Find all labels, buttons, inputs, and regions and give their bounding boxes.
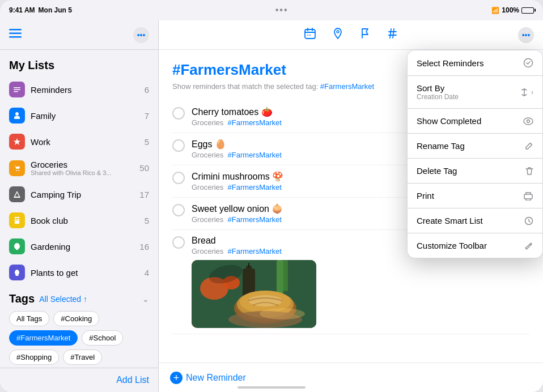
list-item-bookclub[interactable]: Book club 5 (0, 207, 158, 233)
svg-rect-4 (14, 90, 20, 91)
app-container: ••• My Lists Reminders 6 Family 7 (0, 20, 543, 392)
tag-farmersmarket[interactable]: #FarmersMarket (9, 330, 78, 346)
sidebar-toolbar: ••• (0, 20, 158, 50)
svg-rect-3 (14, 87, 20, 88)
groceries-name: Groceries (31, 160, 139, 169)
tag-all-tags[interactable]: All Tags (9, 311, 49, 326)
menu-show-completed[interactable]: Show Completed (408, 109, 542, 134)
groceries-count: 50 (139, 163, 149, 173)
svg-rect-18 (283, 260, 288, 291)
list-item-work[interactable]: Work 5 (0, 129, 158, 155)
status-bar-left: 9:41 AM Mon Jun 5 (9, 6, 72, 14)
status-bar: 9:41 AM Mon Jun 5 ••• 📶 100% (0, 0, 543, 20)
battery-icon (521, 7, 534, 14)
menu-delete-icon (525, 167, 533, 176)
sidebar-content: My Lists Reminders 6 Family 7 (0, 50, 158, 368)
plants-count: 4 (145, 268, 149, 278)
subtitle-tag: #FarmersMarket (320, 82, 374, 91)
menu-select-icon (523, 58, 533, 68)
tag-chips: All Tags #Cooking #FarmersMarket #School… (9, 311, 149, 365)
menu-smart-list-icon (524, 216, 533, 225)
menu-sort-icons: › (520, 88, 533, 97)
svg-rect-30 (524, 194, 532, 199)
reminder-checkbox-1[interactable] (172, 107, 185, 120)
camping-icon (9, 186, 25, 202)
menu-show-completed-icon (523, 117, 533, 125)
tags-title: Tags (9, 292, 35, 305)
svg-point-28 (524, 118, 533, 125)
battery-percent: 100% (502, 6, 519, 14)
tags-chevron-icon[interactable]: ⌄ (142, 295, 149, 304)
add-list-button[interactable]: Add List (116, 375, 149, 385)
gardening-count: 16 (139, 242, 149, 252)
reminder-checkbox-5[interactable] (172, 236, 185, 249)
hashtag-icon[interactable] (387, 27, 398, 42)
main-content: ••• #FarmersMarket Show reminders that m… (159, 20, 543, 392)
menu-rename-tag[interactable]: Rename Tag (408, 134, 542, 159)
svg-point-15 (200, 277, 228, 300)
camping-name: Camping Trip (31, 190, 139, 199)
list-item-family[interactable]: Family 7 (0, 103, 158, 129)
groceries-icon (9, 160, 25, 176)
reminder-checkbox-2[interactable] (172, 139, 185, 152)
svg-rect-17 (277, 260, 283, 294)
menu-customize-icon (524, 241, 533, 250)
svg-point-16 (223, 276, 240, 289)
menu-sort-label: Sort By (417, 83, 459, 93)
svg-point-25 (248, 295, 282, 306)
plants-icon (9, 265, 25, 280)
svg-rect-21 (248, 263, 249, 267)
calendar-icon[interactable] (304, 27, 316, 42)
menu-select-label: Select Reminders (417, 58, 483, 68)
main-footer: + New Reminder (159, 363, 543, 392)
list-item-plants[interactable]: Plants to get 4 (0, 259, 158, 286)
sidebar: ••• My Lists Reminders 6 Family 7 (0, 20, 159, 392)
svg-point-11 (307, 35, 308, 36)
menu-smart-list[interactable]: Create Smart List (408, 208, 542, 233)
menu-rename-label: Rename Tag (417, 141, 465, 151)
svg-point-8 (18, 170, 19, 171)
location-icon[interactable] (332, 27, 343, 42)
work-name: Work (31, 137, 145, 147)
menu-customize-label: Customize Toolbar (417, 241, 487, 250)
menu-delete-label: Delete Tag (417, 166, 457, 176)
svg-rect-2 (9, 36, 22, 38)
sidebar-toggle-icon[interactable] (9, 28, 22, 41)
main-more-button[interactable]: ••• (518, 27, 534, 43)
my-lists-header: My Lists (0, 57, 158, 76)
tags-all-selected[interactable]: All Selected ↑ (39, 295, 87, 304)
list-item-reminders[interactable]: Reminders 6 (0, 76, 158, 103)
menu-customize-toolbar[interactable]: Customize Toolbar (408, 233, 542, 258)
tag-cooking[interactable]: #Cooking (53, 311, 99, 326)
wifi-icon: 📶 (491, 7, 499, 14)
list-item-groceries[interactable]: Groceries Shared with Olivia Rico & 3...… (0, 155, 158, 181)
menu-sort-by[interactable]: Sort By Creation Date › (408, 76, 542, 109)
list-item-camping[interactable]: Camping Trip 17 (0, 181, 158, 207)
tag-travel[interactable]: #Travel (63, 350, 102, 365)
menu-smart-list-label: Create Smart List (417, 216, 483, 225)
time: 9:41 AM (9, 6, 35, 14)
main-toolbar: ••• (159, 20, 543, 50)
flag-icon[interactable] (359, 27, 371, 42)
menu-select-reminders[interactable]: Select Reminders (408, 50, 542, 76)
new-reminder-label: New Reminder (186, 373, 246, 383)
bookclub-name: Book club (31, 216, 145, 225)
svg-rect-5 (14, 91, 18, 92)
tags-header: Tags All Selected ↑ ⌄ (9, 292, 149, 305)
svg-rect-1 (9, 33, 22, 35)
status-bar-right: 📶 100% (491, 6, 534, 14)
context-menu: Select Reminders Sort By Creation Date ›… (407, 50, 543, 258)
new-reminder-button[interactable]: + New Reminder (170, 372, 246, 384)
menu-sort-sub: Creation Date (417, 93, 459, 101)
list-item-gardening[interactable]: Gardening 16 (0, 233, 158, 259)
menu-print[interactable]: Print (408, 184, 542, 208)
reminder-checkbox-4[interactable] (172, 204, 185, 216)
svg-point-13 (337, 31, 339, 33)
tag-school[interactable]: #School (82, 330, 123, 346)
bread-image (192, 260, 316, 328)
reminder-checkbox-3[interactable] (172, 172, 185, 184)
menu-delete-tag[interactable]: Delete Tag (408, 159, 542, 184)
sidebar-more-button[interactable]: ••• (133, 27, 149, 43)
tag-shopping[interactable]: #Shopping (9, 350, 59, 365)
plants-name: Plants to get (31, 268, 145, 278)
